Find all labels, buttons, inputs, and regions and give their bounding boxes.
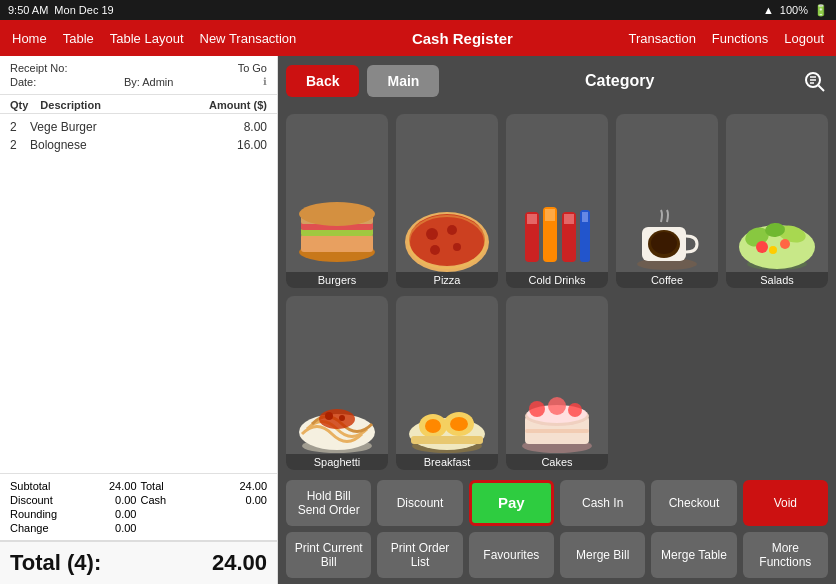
category-burgers[interactable]: Burgers	[286, 114, 388, 288]
svg-point-12	[409, 214, 485, 266]
cash-val: 0.00	[206, 494, 267, 506]
svg-point-40	[319, 409, 355, 429]
date-label: Date:	[10, 76, 36, 88]
svg-point-48	[450, 417, 468, 431]
cat-label-cakes: Cakes	[506, 454, 608, 470]
nav-logout[interactable]: Logout	[784, 31, 824, 46]
svg-point-55	[548, 397, 566, 415]
grand-total: Total (4): 24.00	[0, 540, 277, 584]
discount-label: Discount	[10, 494, 71, 506]
svg-point-14	[447, 225, 457, 235]
svg-point-35	[756, 241, 768, 253]
print-current-bill-button[interactable]: Print Current Bill	[286, 532, 371, 578]
favourites-button[interactable]: Favourites	[469, 532, 554, 578]
status-time: 9:50 AM	[8, 4, 48, 16]
svg-point-41	[325, 412, 333, 420]
cat-label-coffee: Coffee	[616, 272, 718, 288]
app-title: Cash Register	[412, 30, 513, 47]
svg-point-16	[430, 245, 440, 255]
main-button[interactable]: Main	[367, 65, 439, 97]
wifi-icon: ▲	[763, 4, 774, 16]
category-salads[interactable]: Salads	[726, 114, 828, 288]
grand-total-val: 24.00	[212, 550, 267, 576]
nav-table-layout[interactable]: Table Layout	[110, 31, 184, 46]
battery-icon: 🔋	[814, 4, 828, 17]
category-cold-drinks[interactable]: Cold Drinks	[506, 114, 608, 288]
nav-transaction[interactable]: Transaction	[628, 31, 695, 46]
svg-point-56	[568, 403, 582, 417]
nav-table[interactable]: Table	[63, 31, 94, 46]
category-cakes[interactable]: Cakes	[506, 296, 608, 470]
checkout-button[interactable]: Checkout	[651, 480, 736, 526]
subtotal-val: 24.00	[75, 480, 136, 492]
nav-functions[interactable]: Functions	[712, 31, 768, 46]
change-val: 0.00	[75, 522, 136, 534]
cat-label-pizza: Pizza	[396, 272, 498, 288]
category-header: Back Main Category	[278, 56, 836, 106]
receipt-totals: Subtotal 24.00 Total 24.00 Discount 0.00…	[0, 473, 277, 540]
svg-rect-57	[525, 429, 589, 433]
discount-button[interactable]: Discount	[377, 480, 462, 526]
category-pizza[interactable]: Pizza	[396, 114, 498, 288]
rounding-val: 0.00	[75, 508, 136, 520]
category-grid: Burgers Pizza	[278, 106, 836, 474]
status-date: Mon Dec 19	[54, 4, 113, 16]
cat-label-spaghetti: Spaghetti	[286, 454, 388, 470]
svg-point-13	[426, 228, 438, 240]
cat-label-cold-drinks: Cold Drinks	[506, 272, 608, 288]
svg-point-37	[769, 246, 777, 254]
svg-point-10	[299, 202, 375, 226]
pay-button[interactable]: Pay	[469, 480, 554, 526]
subtotal-label: Subtotal	[10, 480, 71, 492]
nav-new-transaction[interactable]: New Transaction	[200, 31, 297, 46]
receipt-item: 2 Vege Burger 8.00	[0, 118, 277, 136]
svg-rect-6	[301, 234, 373, 252]
category-title: Category	[447, 72, 792, 90]
back-button[interactable]: Back	[286, 65, 359, 97]
category-search-icon[interactable]	[800, 67, 828, 95]
cat-label-burgers: Burgers	[286, 272, 388, 288]
merge-bill-button[interactable]: Merge Bill	[560, 532, 645, 578]
svg-point-54	[529, 401, 545, 417]
svg-point-15	[453, 243, 461, 251]
cash-in-button[interactable]: Cash In	[560, 480, 645, 526]
change-label: Change	[10, 522, 71, 534]
merge-table-button[interactable]: Merge Table	[651, 532, 736, 578]
svg-point-36	[780, 239, 790, 249]
top-nav: Home Table Table Layout New Transaction …	[0, 20, 836, 56]
receipt-no-label: Receipt No:	[10, 62, 67, 74]
svg-line-1	[819, 86, 825, 92]
battery-label: 100%	[780, 4, 808, 16]
svg-point-29	[651, 232, 677, 254]
cat-label-breakfast: Breakfast	[396, 454, 498, 470]
svg-rect-49	[411, 436, 483, 444]
print-order-list-button[interactable]: Print Order List	[377, 532, 462, 578]
more-functions-button[interactable]: More Functions	[743, 532, 828, 578]
category-breakfast[interactable]: Breakfast	[396, 296, 498, 470]
svg-rect-19	[527, 214, 537, 224]
hold-bill-button[interactable]: Hold Bill Send Order	[286, 480, 371, 526]
grand-total-label: Total (4):	[10, 550, 101, 576]
to-go-label: To Go	[238, 62, 267, 74]
left-panel: Receipt No: To Go Date: By: Admin ℹ Qty …	[0, 56, 278, 584]
action-buttons: Hold Bill Send Order Discount Pay Cash I…	[278, 474, 836, 584]
cash-label: Cash	[141, 494, 202, 506]
svg-point-46	[425, 419, 441, 433]
nav-home[interactable]: Home	[12, 31, 47, 46]
void-button[interactable]: Void	[743, 480, 828, 526]
status-bar: 9:50 AM Mon Dec 19 ▲ 100% 🔋	[0, 0, 836, 20]
info-icon: ℹ	[263, 76, 267, 88]
discount-val: 0.00	[75, 494, 136, 506]
category-coffee[interactable]: Coffee	[616, 114, 718, 288]
rounding-label: Rounding	[10, 508, 71, 520]
receipt-items: 2 Vege Burger 8.00 2 Bolognese 16.00	[0, 114, 277, 473]
category-spaghetti[interactable]: Spaghetti	[286, 296, 388, 470]
receipt-col-headers: Qty Description Amount ($)	[0, 95, 277, 114]
svg-point-42	[339, 415, 345, 421]
total-val: 24.00	[206, 480, 267, 492]
svg-rect-21	[545, 209, 555, 221]
main-layout: Receipt No: To Go Date: By: Admin ℹ Qty …	[0, 56, 836, 584]
svg-rect-25	[582, 212, 588, 222]
receipt-item: 2 Bolognese 16.00	[0, 136, 277, 154]
cat-label-salads: Salads	[726, 272, 828, 288]
